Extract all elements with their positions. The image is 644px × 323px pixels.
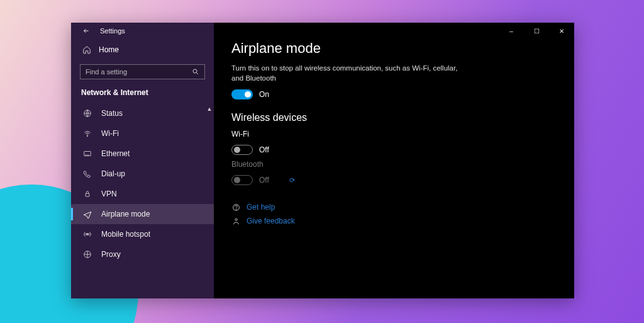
bluetooth-toggle-row: Off ⟳ <box>231 175 557 185</box>
dialup-icon <box>82 169 92 178</box>
svg-rect-4 <box>86 193 89 196</box>
sidebar-item-label: Ethernet <box>101 149 130 158</box>
airplane-toggle-row: On <box>231 89 557 99</box>
wifi-icon <box>82 129 92 138</box>
sidebar-item-status[interactable]: Status <box>71 103 214 123</box>
wifi-toggle-row: Off <box>231 145 557 155</box>
sidebar-item-label: Airplane mode <box>101 210 150 218</box>
hotspot-icon <box>82 230 92 239</box>
sidebar-item-wifi[interactable]: Wi-Fi <box>71 123 214 144</box>
sidebar-item-label: VPN <box>101 190 117 198</box>
svg-point-5 <box>87 234 88 235</box>
sidebar-home-label: Home <box>99 45 119 54</box>
nav-list: Status Wi-Fi Ethernet Dial-up VPN <box>71 103 214 264</box>
svg-rect-3 <box>84 152 91 156</box>
help-links: Get help Give feedback <box>231 203 557 225</box>
svg-point-2 <box>87 136 87 137</box>
sidebar-item-label: Proxy <box>101 250 121 259</box>
search-input[interactable] <box>86 68 186 76</box>
sidebar-item-label: Dial-up <box>101 169 125 178</box>
home-icon <box>82 45 91 54</box>
wireless-devices-heading: Wireless devices <box>231 112 557 123</box>
loading-spinner-icon: ⟳ <box>289 176 295 184</box>
titlebar-left: Settings <box>71 23 214 39</box>
sidebar-item-dialup[interactable]: Dial-up <box>71 164 214 184</box>
page-description: Turn this on to stop all wireless commun… <box>231 63 458 83</box>
search-icon <box>192 68 199 76</box>
back-icon[interactable] <box>82 27 90 35</box>
sidebar-item-label: Status <box>101 109 123 118</box>
svg-point-0 <box>193 69 197 73</box>
sidebar-item-label: Mobile hotspot <box>101 230 150 239</box>
sidebar-item-hotspot[interactable]: Mobile hotspot <box>71 224 214 244</box>
search-box[interactable] <box>80 64 205 79</box>
page-title: Airplane mode <box>231 40 557 57</box>
svg-point-9 <box>235 218 236 220</box>
main-content: – ☐ ✕ Airplane mode Turn this on to stop… <box>214 23 574 298</box>
svg-point-8 <box>236 209 236 210</box>
wifi-toggle[interactable] <box>231 145 253 155</box>
search-row <box>80 64 205 79</box>
ethernet-icon <box>82 149 92 158</box>
get-help-link[interactable]: Get help <box>231 203 557 212</box>
sidebar-section-label: Network & Internet <box>71 86 214 103</box>
proxy-icon <box>82 250 92 259</box>
bluetooth-label: Bluetooth <box>231 160 557 169</box>
content-area: Airplane mode Turn this on to stop all w… <box>214 23 574 225</box>
close-button[interactable]: ✕ <box>549 23 574 39</box>
wifi-toggle-label: Off <box>259 145 269 154</box>
nav-scroll: ▲ Status Wi-Fi Ethernet Dial-up <box>71 103 214 298</box>
window-controls: – ☐ ✕ <box>499 23 574 39</box>
maximize-button[interactable]: ☐ <box>524 23 549 39</box>
airplane-icon <box>82 210 92 218</box>
sidebar-item-airplane[interactable]: Airplane mode <box>71 204 214 224</box>
wifi-label: Wi-Fi <box>231 130 557 139</box>
vpn-icon <box>82 190 92 198</box>
sidebar-home[interactable]: Home <box>71 39 214 60</box>
give-feedback-link[interactable]: Give feedback <box>231 217 557 225</box>
bluetooth-toggle <box>231 175 253 185</box>
give-feedback-label: Give feedback <box>247 217 295 225</box>
window-title: Settings <box>100 27 125 35</box>
sidebar-item-vpn[interactable]: VPN <box>71 184 214 204</box>
sidebar-item-ethernet[interactable]: Ethernet <box>71 144 214 164</box>
sidebar-item-label: Wi-Fi <box>101 129 119 138</box>
sidebar: Settings Home Network & Internet ▲ St <box>71 23 214 298</box>
airplane-toggle-label: On <box>259 90 269 99</box>
bluetooth-toggle-label: Off <box>259 176 269 184</box>
sidebar-item-proxy[interactable]: Proxy <box>71 244 214 264</box>
settings-window: Settings Home Network & Internet ▲ St <box>71 23 574 298</box>
globe-icon <box>82 109 92 118</box>
airplane-toggle[interactable] <box>231 89 253 99</box>
minimize-button[interactable]: – <box>499 23 524 39</box>
get-help-label: Get help <box>247 203 275 212</box>
feedback-icon <box>231 217 240 225</box>
help-icon <box>231 203 240 212</box>
